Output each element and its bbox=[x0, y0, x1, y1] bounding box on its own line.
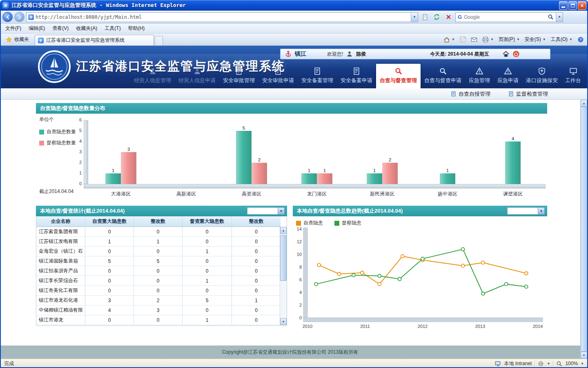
monitor-icon bbox=[569, 67, 577, 75]
bar-group bbox=[154, 120, 219, 184]
warning-icon bbox=[475, 67, 483, 75]
bar bbox=[121, 152, 136, 184]
status-zoom-level[interactable]: 100% bbox=[565, 361, 578, 366]
favorites-button[interactable]: 收藏夹 bbox=[2, 35, 32, 45]
mail-icon[interactable] bbox=[471, 36, 477, 43]
table-row[interactable]: 镇江市港龙石化港3251 bbox=[36, 296, 287, 305]
menu-item[interactable]: 工具(T) bbox=[101, 24, 124, 33]
print-button[interactable]: ▼ bbox=[482, 36, 494, 43]
bar bbox=[382, 163, 398, 184]
help-icon[interactable]: ? bbox=[577, 36, 584, 43]
bar-group: 13 bbox=[88, 120, 154, 184]
stop-icon bbox=[445, 14, 452, 20]
chevron-down-icon[interactable]: ▼ bbox=[581, 362, 584, 366]
page-scrollbar[interactable]: ▲ ▼ bbox=[580, 100, 587, 359]
compatibility-view-button[interactable] bbox=[420, 12, 430, 22]
menu-item[interactable]: 帮助(H) bbox=[125, 24, 149, 33]
stop-button[interactable] bbox=[443, 12, 454, 22]
table-row[interactable]: 镇江港国际集装箱5500 bbox=[36, 256, 287, 266]
page-content: 自查隐患/督查隐患数量分布 单位个 自查隐患数量督察隐患数量 截止2014.04… bbox=[0, 100, 580, 359]
stats-filter-select[interactable]: ▼ bbox=[247, 207, 285, 215]
table-row[interactable]: 镇江奇美化工有限0000 bbox=[36, 286, 287, 296]
column-header: 企业名称 bbox=[36, 216, 85, 227]
browser-tab[interactable]: e 江苏省港口安全监管与应急管理系统 bbox=[35, 35, 154, 45]
search-input[interactable] bbox=[464, 14, 546, 20]
table-cell: 镇江李长荣综合石 bbox=[36, 276, 85, 286]
trend-point bbox=[378, 274, 381, 278]
trend-filter-select[interactable]: ▼ bbox=[507, 207, 545, 215]
search-dropdown-button[interactable]: ▼ bbox=[556, 13, 563, 22]
asof-label: 截止2014.04.04 bbox=[39, 188, 74, 195]
trend-point bbox=[317, 263, 321, 267]
menu-item[interactable]: 收藏夹(A) bbox=[72, 24, 101, 33]
table-cell: 0 bbox=[232, 305, 281, 315]
document-icon bbox=[451, 91, 456, 97]
forward-button[interactable] bbox=[14, 12, 24, 22]
nav-item-8[interactable]: 自查与督查申请 bbox=[421, 64, 465, 88]
sub-menu-item-1[interactable]: 自查自报管理 bbox=[451, 90, 490, 98]
trend-point bbox=[481, 292, 485, 295]
home-shortcut-icon[interactable] bbox=[502, 50, 510, 58]
nav-item-11[interactable]: 港口设施保安 bbox=[522, 64, 561, 88]
scroll-up-button[interactable]: ▲ bbox=[581, 100, 587, 107]
minimize-button[interactable] bbox=[559, 1, 568, 10]
nav-item-9[interactable]: 应急管理 bbox=[465, 64, 494, 88]
nav-item-label: 港口设施保安 bbox=[526, 77, 558, 84]
bar bbox=[105, 173, 121, 184]
chevron-down-icon[interactable]: ▼ bbox=[547, 362, 550, 366]
home-button[interactable]: ▼ bbox=[443, 36, 455, 43]
bar-value-label: 1 bbox=[446, 168, 449, 173]
new-tab-stub[interactable] bbox=[155, 36, 163, 45]
table-row[interactable]: 中储粮镇江粮油有限4300 bbox=[36, 305, 287, 315]
address-bar: e ▼ G ▼ bbox=[0, 11, 588, 24]
menu-item[interactable]: 文件(F) bbox=[2, 24, 25, 33]
nav-item-6[interactable]: 安全备案申请 bbox=[337, 64, 376, 88]
table-row[interactable]: 镇江恒泰沥青产品0000 bbox=[36, 266, 287, 276]
sub-menu-item-2[interactable]: 监督检查管理 bbox=[508, 90, 548, 98]
table-row[interactable]: 江苏镇江发电有限1100 bbox=[36, 237, 287, 247]
address-dropdown-button[interactable]: ▼ bbox=[411, 13, 418, 22]
nav-item-12[interactable]: 工作台 bbox=[561, 64, 585, 88]
bar-wrap: 1 bbox=[301, 168, 317, 184]
nav-item-7[interactable]: 自查与督查管理 bbox=[376, 64, 421, 88]
menu-item[interactable]: 编辑(E) bbox=[25, 24, 49, 33]
maximize-button[interactable] bbox=[568, 1, 577, 10]
system-title: 江苏省港口安全监管与应急管理系统 bbox=[76, 58, 285, 75]
refresh-button[interactable] bbox=[432, 12, 442, 22]
table-cell: 金海宏业（镇江）石 bbox=[36, 247, 85, 256]
nav-item-10[interactable]: 应急申请 bbox=[494, 64, 522, 88]
y-tick-label: 4 bbox=[72, 139, 82, 144]
y-tick-label: 6 bbox=[299, 277, 302, 282]
feed-icon[interactable] bbox=[460, 36, 466, 43]
menu-item[interactable]: 查看(V) bbox=[49, 24, 72, 33]
table-scrollbar[interactable]: ▲ ▼ bbox=[280, 227, 287, 325]
back-button[interactable] bbox=[2, 12, 13, 22]
scroll-down-button[interactable]: ▼ bbox=[581, 352, 587, 359]
table-row[interactable]: 镇江李长荣综合石0010 bbox=[36, 276, 287, 286]
table-cell: 0 bbox=[183, 266, 232, 276]
search-magnifier-icon[interactable] bbox=[548, 14, 554, 20]
safety-menu-button[interactable]: 安全(S)▼ bbox=[525, 36, 546, 43]
table-cell: 5 bbox=[85, 256, 134, 266]
table-cell: 镇江市港龙石化港 bbox=[36, 296, 85, 305]
scroll-thumb[interactable] bbox=[581, 107, 587, 352]
nav-item-5[interactable]: 安全备案管理 bbox=[298, 64, 337, 88]
chevron-down-icon: ▼ bbox=[452, 38, 455, 41]
table-cell: 0 bbox=[183, 305, 232, 315]
bar-group: 11 bbox=[284, 120, 350, 184]
logout-icon[interactable] bbox=[512, 50, 520, 58]
scroll-down-button[interactable]: ▼ bbox=[280, 318, 287, 325]
scroll-up-button[interactable]: ▲ bbox=[280, 227, 287, 234]
tools-menu-button[interactable]: 工具(O)▼ bbox=[551, 36, 572, 43]
trend-point bbox=[461, 264, 465, 267]
address-field: e ▼ bbox=[26, 12, 418, 22]
scroll-thumb[interactable] bbox=[280, 235, 287, 281]
legend-swatch bbox=[334, 221, 339, 226]
trend-point bbox=[525, 272, 528, 275]
table-row[interactable]: 镇江市港龙0010 bbox=[36, 315, 287, 325]
address-input[interactable] bbox=[36, 14, 409, 20]
table-row[interactable]: 金海宏业（镇江）石0010 bbox=[36, 247, 287, 256]
close-button[interactable]: × bbox=[578, 1, 586, 10]
table-row[interactable]: 江苏索普集团有限0000 bbox=[36, 227, 287, 237]
page-menu-button[interactable]: 页面(P)▼ bbox=[499, 36, 520, 43]
